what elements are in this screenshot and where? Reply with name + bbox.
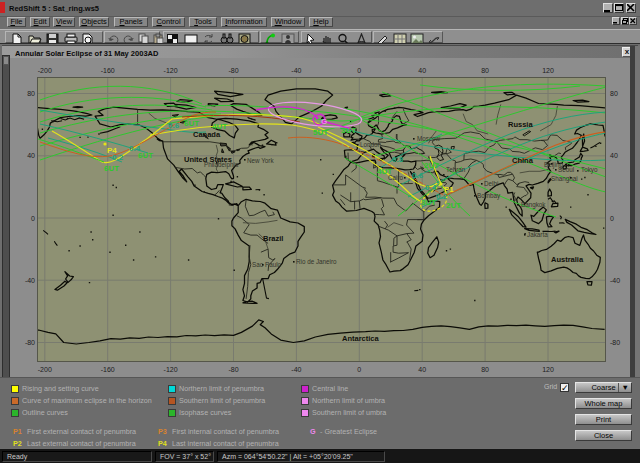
svg-text:80: 80: [481, 366, 489, 373]
svg-text:0: 0: [31, 215, 35, 222]
svg-text:Russia: Russia: [508, 120, 533, 129]
svg-text:0: 0: [357, 366, 361, 373]
svg-text:0.4: 0.4: [425, 183, 437, 192]
svg-text:-80: -80: [25, 339, 35, 346]
svg-text:Antarctica: Antarctica: [342, 334, 380, 343]
svg-text:Canada: Canada: [193, 130, 221, 139]
svg-text:0.6: 0.6: [168, 121, 180, 130]
svg-text:-80: -80: [228, 67, 238, 74]
svg-text:Bangkok: Bangkok: [521, 201, 546, 209]
svg-text:2UT: 2UT: [446, 201, 461, 210]
svg-text:-40: -40: [25, 277, 35, 284]
svg-text:New York: New York: [247, 157, 274, 164]
svg-text:0: 0: [610, 215, 614, 222]
svg-text:P4: P4: [107, 146, 117, 155]
svg-text:Moscow: Moscow: [417, 135, 441, 142]
svg-text:Jakarta: Jakarta: [527, 231, 548, 238]
svg-text:Tokyo: Tokyo: [581, 166, 598, 174]
svg-text:Sao Paulo: Sao Paulo: [252, 261, 282, 268]
svg-text:-120: -120: [164, 366, 178, 373]
svg-text:2UT: 2UT: [424, 161, 439, 170]
svg-text:Tehran: Tehran: [446, 166, 466, 173]
svg-text:P1: P1: [444, 185, 454, 194]
svg-text:-120: -120: [164, 67, 178, 74]
svg-text:Rio de Janeiro: Rio de Janeiro: [296, 258, 337, 265]
svg-text:6UT: 6UT: [138, 151, 153, 160]
svg-text:Philadelphia: Philadelphia: [204, 161, 239, 169]
svg-text:3UT: 3UT: [421, 198, 436, 207]
svg-text:3UT: 3UT: [341, 126, 356, 135]
svg-text:Bombay: Bombay: [477, 192, 501, 200]
svg-text:0: 0: [357, 67, 361, 74]
svg-text:40: 40: [418, 67, 426, 74]
svg-text:-40: -40: [610, 277, 620, 284]
svg-text:80: 80: [610, 90, 618, 97]
svg-text:80: 80: [481, 67, 489, 74]
svg-text:40: 40: [610, 152, 618, 159]
svg-text:-40: -40: [291, 67, 301, 74]
svg-text:Australia: Australia: [551, 255, 584, 264]
svg-text:Shanghai: Shanghai: [551, 175, 578, 183]
svg-text:-160: -160: [101, 366, 115, 373]
svg-text:5UT: 5UT: [313, 128, 328, 137]
svg-text:120: 120: [542, 67, 554, 74]
svg-text:London: London: [360, 141, 382, 148]
svg-text:-200: -200: [38, 67, 52, 74]
svg-text:40: 40: [27, 152, 35, 159]
svg-text:G: G: [321, 117, 327, 126]
svg-text:40: 40: [418, 366, 426, 373]
svg-text:-160: -160: [101, 67, 115, 74]
svg-text:-80: -80: [610, 339, 620, 346]
svg-text:-200: -200: [38, 366, 52, 373]
svg-text:China: China: [512, 156, 534, 165]
svg-text:Beijing: Beijing: [544, 161, 563, 169]
svg-text:80: 80: [27, 90, 35, 97]
svg-text:0.6: 0.6: [412, 171, 424, 180]
svg-text:120: 120: [542, 366, 554, 373]
svg-text:0.4: 0.4: [129, 144, 141, 153]
svg-text:6UT: 6UT: [184, 119, 199, 128]
svg-text:Delhi: Delhi: [484, 180, 498, 187]
svg-text:-80: -80: [228, 366, 238, 373]
svg-text:Cairo: Cairo: [388, 174, 404, 181]
svg-text:6UT: 6UT: [104, 164, 119, 173]
svg-text:0.8: 0.8: [392, 155, 404, 164]
svg-text:Brazil: Brazil: [263, 234, 283, 243]
svg-text:-40: -40: [291, 366, 301, 373]
